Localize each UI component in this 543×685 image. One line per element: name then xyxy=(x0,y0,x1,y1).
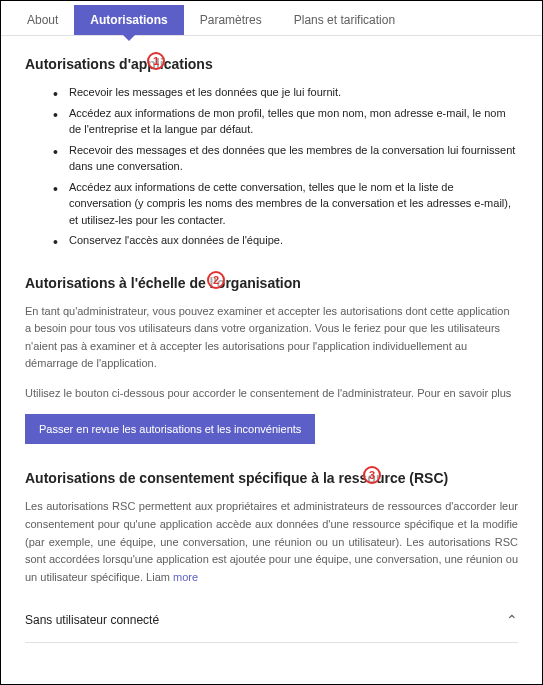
rsc-desc-text: Les autorisations RSC permettent aux pro… xyxy=(25,500,518,582)
accordion-label: Sans utilisateur connecté xyxy=(25,613,159,627)
title-text: Autorisations à l'échelle de l'organisat… xyxy=(25,275,301,291)
tab-about[interactable]: About xyxy=(11,5,74,35)
accordion-no-user[interactable]: Sans utilisateur connecté ⌃ xyxy=(25,598,518,643)
perm-item: Conservez l'accès aux données de l'équip… xyxy=(53,232,518,249)
accordion-on-behalf[interactable]: Au nom de l'utilisateur connecté ⌃ xyxy=(25,671,518,685)
perm-item: Recevoir les messages et les données que… xyxy=(53,84,518,101)
callout-2: 2 xyxy=(207,271,225,289)
perm-item: Accédez aux informations de cette conver… xyxy=(53,179,518,229)
tab-autorisations[interactable]: Autorisations xyxy=(74,5,183,35)
title-text: Autorisations d'applications xyxy=(25,56,213,72)
title-text: Autorisations de consentement spécifique… xyxy=(25,470,448,486)
rsc-desc: Les autorisations RSC permettent aux pro… xyxy=(25,498,518,586)
app-permissions-title: Autorisations d'applications 1 xyxy=(25,56,518,72)
rsc-title: Autorisations de consentement spécifique… xyxy=(25,470,518,486)
perm-item: Recevoir des messages et des données que… xyxy=(53,142,518,175)
chevron-up-icon: ⌃ xyxy=(506,612,518,628)
tab-bar: About Autorisations Paramètres Plans et … xyxy=(1,5,542,36)
content-area: Autorisations d'applications 1 Recevoir … xyxy=(1,36,542,685)
tab-plans[interactable]: Plans et tarification xyxy=(278,5,411,35)
perm-item: Accédez aux informations de mon profil, … xyxy=(53,105,518,138)
app-permissions-list: Recevoir les messages et les données que… xyxy=(25,84,518,249)
org-desc2: Utilisez le bouton ci-dessous pour accor… xyxy=(25,385,518,403)
org-permissions-title: Autorisations à l'échelle de l'organisat… xyxy=(25,275,518,291)
callout-1: 1 xyxy=(147,52,165,70)
tab-parametres[interactable]: Paramètres xyxy=(184,5,278,35)
more-link[interactable]: more xyxy=(173,571,198,583)
org-desc: En tant qu'administrateur, vous pouvez e… xyxy=(25,303,518,373)
review-permissions-button[interactable]: Passer en revue les autorisations et les… xyxy=(25,414,315,444)
